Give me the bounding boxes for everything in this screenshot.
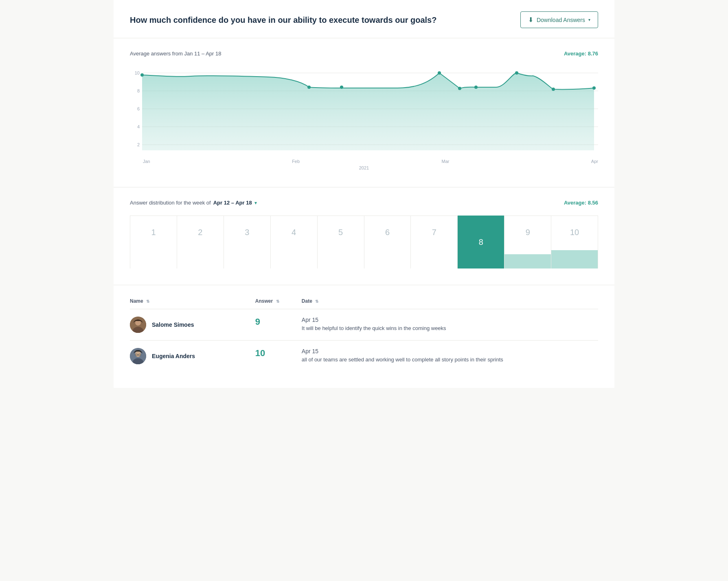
dist-bar-col-6: 6 bbox=[364, 216, 411, 268]
svg-text:10: 10 bbox=[135, 70, 140, 75]
download-answers-button[interactable]: ⬇ Download Answers ▾ bbox=[520, 11, 598, 28]
dist-bar-label-10: 10 bbox=[570, 228, 579, 237]
date-cell-eugenia: Apr 15 all of our teams are settled and … bbox=[302, 341, 598, 372]
svg-point-17 bbox=[552, 88, 555, 91]
column-header-name[interactable]: Name ⇅ bbox=[130, 293, 255, 309]
dist-bar-label-1: 1 bbox=[151, 228, 156, 237]
dist-bar-9 bbox=[504, 254, 551, 268]
chart-area: 10 8 6 4 2 bbox=[130, 65, 598, 171]
download-icon: ⬇ bbox=[528, 16, 533, 24]
dist-bar-label-4: 4 bbox=[292, 228, 296, 237]
answer-cell-eugenia: 10 bbox=[255, 341, 302, 372]
distribution-average: Average: 8.56 bbox=[564, 200, 598, 206]
chart-average-value: 8.76 bbox=[588, 51, 598, 57]
svg-point-18 bbox=[592, 86, 596, 90]
svg-text:8: 8 bbox=[137, 88, 140, 93]
table-row: Eugenia Anders 10 Apr 15 all of our team… bbox=[130, 341, 598, 372]
dist-bar-col-7: 7 bbox=[411, 216, 458, 268]
dist-bar-label-6: 6 bbox=[385, 228, 390, 237]
chart-header: Average answers from Jan 11 – Apr 18 Ave… bbox=[130, 51, 598, 57]
name-cell-eugenia: Eugenia Anders bbox=[130, 341, 255, 372]
sort-icon-answer: ⇅ bbox=[276, 299, 279, 304]
date-eugenia: Apr 15 bbox=[302, 348, 592, 354]
name-cell-inner: Salome Simoes bbox=[130, 317, 249, 333]
answer-value-eugenia: 10 bbox=[255, 348, 295, 359]
dist-bar-label-2: 2 bbox=[198, 228, 202, 237]
comment-salome: It will be helpful to identify the quick… bbox=[302, 325, 592, 332]
name-cell-inner-eugenia: Eugenia Anders bbox=[130, 348, 249, 364]
chart-average: Average: 8.76 bbox=[564, 51, 598, 57]
dist-bar-label-5: 5 bbox=[338, 228, 343, 237]
dist-bar-label-8: 8 bbox=[479, 238, 483, 247]
svg-text:2: 2 bbox=[137, 142, 140, 147]
distribution-date-range: Apr 12 – Apr 18 bbox=[213, 200, 252, 206]
svg-point-16 bbox=[515, 71, 518, 75]
avatar-salome bbox=[130, 317, 146, 333]
comment-eugenia: all of our teams are settled and working… bbox=[302, 356, 592, 363]
name-cell-salome: Salome Simoes bbox=[130, 309, 255, 341]
chart-year: 2021 bbox=[130, 165, 598, 170]
chart-average-label: Average: bbox=[564, 51, 586, 57]
avatar-eugenia bbox=[130, 348, 146, 364]
distribution-header: Answer distribution for the week of Apr … bbox=[130, 200, 598, 206]
svg-point-14 bbox=[458, 87, 461, 90]
person-name-eugenia: Eugenia Anders bbox=[152, 353, 195, 359]
chart-section: Average answers from Jan 11 – Apr 18 Ave… bbox=[114, 38, 614, 187]
svg-point-15 bbox=[474, 86, 478, 89]
answers-table: Name ⇅ Answer ⇅ Date ⇅ bbox=[130, 293, 598, 372]
dist-bar-col-9: 9 bbox=[504, 216, 551, 268]
chart-title: Average answers from Jan 11 – Apr 18 bbox=[130, 51, 221, 57]
dist-bar-col-2: 2 bbox=[177, 216, 224, 268]
dist-bar-col-1: 1 bbox=[130, 216, 177, 268]
table-section: Name ⇅ Answer ⇅ Date ⇅ bbox=[114, 285, 614, 388]
svg-point-12 bbox=[340, 86, 343, 89]
dist-bar-col-10: 10 bbox=[551, 216, 598, 268]
dist-bar-col-3: 3 bbox=[224, 216, 271, 268]
distribution-average-value: 8.56 bbox=[588, 200, 598, 206]
x-label-mar: Mar bbox=[442, 159, 450, 164]
dist-bar-label-3: 3 bbox=[245, 228, 249, 237]
svg-text:4: 4 bbox=[137, 124, 140, 129]
dist-bar-label-7: 7 bbox=[432, 228, 436, 237]
chart-svg: 10 8 6 4 2 bbox=[130, 65, 598, 154]
svg-text:6: 6 bbox=[137, 106, 140, 111]
column-header-date[interactable]: Date ⇅ bbox=[302, 293, 598, 309]
page-container: How much confidence do you have in our a… bbox=[114, 0, 614, 388]
svg-point-13 bbox=[438, 71, 441, 75]
date-salome: Apr 15 bbox=[302, 317, 592, 323]
distribution-section: Answer distribution for the week of Apr … bbox=[114, 187, 614, 285]
chevron-down-icon: ▾ bbox=[588, 18, 590, 22]
svg-point-10 bbox=[140, 73, 144, 77]
x-label-apr: Apr bbox=[591, 159, 598, 164]
header-section: How much confidence do you have in our a… bbox=[114, 0, 614, 38]
dist-bar-col-8: 8 bbox=[458, 216, 504, 268]
chart-x-labels: Jan Feb Mar Apr bbox=[130, 156, 598, 164]
date-cell-salome: Apr 15 It will be helpful to identify th… bbox=[302, 309, 598, 341]
distribution-average-label: Average: bbox=[564, 200, 586, 206]
download-button-label: Download Answers bbox=[537, 17, 585, 23]
distribution-title-prefix: Answer distribution for the week of bbox=[130, 200, 211, 206]
svg-point-11 bbox=[307, 86, 311, 89]
dist-bar-col-5: 5 bbox=[318, 216, 364, 268]
dist-bar-col-4: 4 bbox=[271, 216, 318, 268]
page-title: How much confidence do you have in our a… bbox=[130, 15, 436, 25]
table-header-row: Name ⇅ Answer ⇅ Date ⇅ bbox=[130, 293, 598, 309]
dist-bar-label-9: 9 bbox=[526, 228, 530, 237]
answer-value-salome: 9 bbox=[255, 317, 295, 327]
answer-cell-salome: 9 bbox=[255, 309, 302, 341]
x-label-jan: Jan bbox=[143, 159, 150, 164]
sort-icon-name: ⇅ bbox=[146, 299, 149, 304]
person-name-salome: Salome Simoes bbox=[152, 321, 194, 328]
dist-bar-10 bbox=[551, 250, 598, 268]
x-label-feb: Feb bbox=[292, 159, 300, 164]
column-header-answer[interactable]: Answer ⇅ bbox=[255, 293, 302, 309]
distribution-dropdown-icon[interactable]: ▾ bbox=[254, 200, 257, 206]
distribution-title: Answer distribution for the week of Apr … bbox=[130, 200, 257, 206]
sort-icon-date: ⇅ bbox=[315, 299, 318, 304]
table-row: Salome Simoes 9 Apr 15 It will be helpfu… bbox=[130, 309, 598, 341]
distribution-bars: 1 2 3 4 5 bbox=[130, 216, 598, 268]
